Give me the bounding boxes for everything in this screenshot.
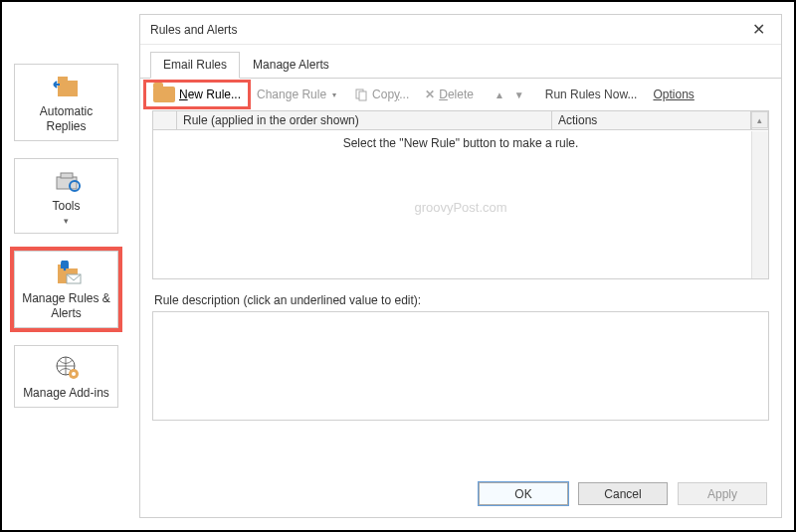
dialog-title: Rules and Alerts — [150, 23, 746, 37]
chevron-down-icon: ▾ — [330, 90, 338, 99]
rules-list: Rule (applied in the order shown) Action… — [152, 110, 769, 279]
svg-rect-2 — [57, 177, 77, 189]
manage-rules-label: Manage Rules & Alerts — [19, 291, 113, 321]
rule-description-box — [152, 311, 769, 421]
run-rules-now-button[interactable]: Run Rules Now... — [538, 84, 645, 105]
rules-alerts-dialog: Rules and Alerts ✕ Email Rules Manage Al… — [139, 14, 782, 518]
delete-icon: ✕ — [425, 88, 435, 101]
column-actions[interactable]: Actions — [552, 111, 751, 129]
watermark: groovyPost.com — [414, 199, 506, 214]
tools-label: Tools — [19, 199, 113, 214]
automatic-replies-icon — [19, 73, 113, 100]
delete-rule-label: elete — [448, 88, 474, 101]
tab-strip: Email Rules Manage Alerts — [140, 45, 781, 79]
move-up-button[interactable]: ▲ — [491, 89, 508, 100]
dialog-titlebar: Rules and Alerts ✕ — [140, 15, 781, 45]
automatic-replies-label: Automatic Replies — [19, 104, 113, 134]
svg-rect-3 — [61, 173, 73, 178]
options-label: Options — [653, 88, 694, 101]
manage-rules-icon — [19, 260, 113, 287]
copy-icon — [354, 88, 368, 101]
column-checkbox[interactable] — [153, 111, 177, 129]
move-down-button[interactable]: ▼ — [510, 89, 528, 100]
cancel-button[interactable]: Cancel — [578, 482, 668, 505]
change-rule-label: Change Rule — [257, 88, 326, 101]
svg-rect-1 — [58, 77, 68, 82]
copy-rule-label: Cop — [372, 88, 394, 101]
scrollbar[interactable] — [751, 131, 768, 278]
tools-dropdown-indicator: ▾ — [19, 216, 113, 227]
dialog-button-row: OK Cancel Apply — [140, 468, 781, 517]
apply-button[interactable]: Apply — [678, 482, 767, 505]
tab-manage-alerts[interactable]: Manage Alerts — [240, 52, 342, 79]
empty-rules-hint: Select the "New Rule" button to make a r… — [153, 130, 768, 150]
svg-rect-13 — [359, 91, 366, 100]
manage-addins-label: Manage Add-ins — [19, 386, 113, 401]
svg-rect-0 — [58, 81, 78, 96]
tools-icon — [19, 167, 113, 195]
manage-rules-alerts-button[interactable]: Manage Rules & Alerts — [14, 251, 118, 328]
svg-point-8 — [63, 268, 66, 271]
scroll-up-button[interactable]: ▴ — [751, 111, 768, 128]
column-rule[interactable]: Rule (applied in the order shown) — [177, 111, 552, 129]
svg-point-11 — [72, 372, 76, 376]
rules-list-body: Select the "New Rule" button to make a r… — [153, 130, 768, 277]
copy-rule-button[interactable]: Copy... — [347, 84, 416, 105]
manage-addins-button[interactable]: Manage Add-ins — [14, 345, 118, 408]
tools-button[interactable]: Tools ▾ — [14, 158, 118, 234]
rules-list-header: Rule (applied in the order shown) Action… — [153, 111, 768, 130]
new-rule-label: ew Rule... — [188, 88, 241, 101]
tab-email-rules[interactable]: Email Rules — [150, 52, 240, 79]
ok-button[interactable]: OK — [479, 482, 568, 505]
run-rules-now-label: Run Rules Now... — [545, 88, 638, 101]
delete-rule-button[interactable]: ✕ Delete — [418, 84, 481, 105]
new-rule-button[interactable]: New Rule... — [146, 83, 248, 106]
change-rule-button[interactable]: Change Rule▾ — [250, 84, 345, 105]
rules-toolbar: New Rule... Change Rule▾ Copy... ✕ Delet… — [140, 79, 781, 110]
sidebar: Automatic Replies Tools ▾ Manage Rules &… — [14, 64, 118, 408]
new-rule-icon — [153, 87, 175, 102]
automatic-replies-button[interactable]: Automatic Replies — [14, 64, 118, 141]
rule-description-label: Rule description (click an underlined va… — [154, 293, 767, 307]
manage-addins-icon — [19, 354, 113, 382]
close-button[interactable]: ✕ — [746, 20, 771, 39]
options-button[interactable]: Options — [646, 84, 700, 105]
